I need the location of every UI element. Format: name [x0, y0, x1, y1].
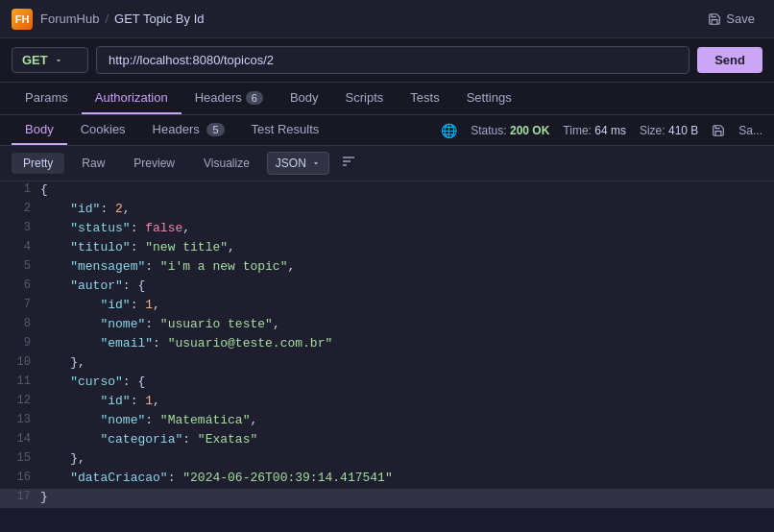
line-number: 15 [0, 450, 40, 466]
save-button[interactable]: Save [700, 8, 762, 30]
format-dropdown[interactable]: JSON [267, 152, 329, 175]
table-row: 5 "mensagem": "i'm a new topic", [0, 258, 774, 278]
line-content: "id": 2, [40, 201, 131, 217]
line-content: "titulo": "new title", [40, 239, 235, 255]
line-content: "id": 1, [40, 393, 160, 409]
line-content: "nome": "usuario teste", [40, 316, 280, 332]
table-row: 11 "curso": { [0, 374, 774, 393]
response-row: Body Cookies Headers 5 Test Results 🌐 St… [0, 115, 774, 146]
visualize-button[interactable]: Visualize [192, 153, 261, 174]
table-row: 10 }, [0, 354, 774, 374]
tab-authorization[interactable]: Authorization [82, 83, 181, 114]
line-content: "autor": { [40, 278, 145, 294]
tab-body[interactable]: Body [277, 83, 332, 114]
save-response-label: Sa... [738, 124, 762, 137]
line-number: 17 [0, 489, 40, 504]
status-label: Status: 200 OK [471, 124, 549, 137]
tab-scripts[interactable]: Scripts [332, 83, 398, 114]
line-number: 3 [0, 220, 40, 235]
save-icon [708, 12, 721, 26]
table-row: 9 "email": "usuario@teste.com.br" [0, 335, 774, 354]
line-content: }, [40, 354, 85, 371]
tab-headers[interactable]: Headers6 [181, 83, 277, 114]
request-name: GET Topic By Id [114, 12, 204, 26]
tab-body-response[interactable]: Body [12, 115, 67, 145]
time-value: 64 ms [594, 124, 626, 137]
raw-button[interactable]: Raw [70, 153, 116, 174]
workspace-name[interactable]: ForumHub [40, 12, 99, 26]
preview-button[interactable]: Preview [122, 153, 186, 174]
size-value: 410 B [668, 124, 698, 137]
table-row: 12 "id": 1, [0, 393, 774, 412]
table-row: 13 "nome": "Matemática", [0, 412, 774, 431]
tab-tests[interactable]: Tests [397, 83, 452, 114]
tab-headers-response[interactable]: Headers 5 [139, 115, 238, 145]
chevron-down-icon [311, 158, 321, 168]
url-input[interactable] [96, 46, 689, 74]
line-number: 7 [0, 297, 40, 312]
table-row: 15 }, [0, 450, 774, 470]
url-bar: GET Send [0, 38, 774, 83]
globe-icon: 🌐 [441, 123, 457, 138]
method-label: GET [22, 53, 48, 67]
line-number: 9 [0, 335, 40, 351]
line-content: "mensagem": "i'm a new topic", [40, 258, 295, 275]
line-number: 13 [0, 412, 40, 427]
pretty-button[interactable]: Pretty [12, 153, 64, 174]
table-row: 2 "id": 2, [0, 201, 774, 220]
line-content: "curso": { [40, 374, 145, 390]
top-bar-left: FH ForumHub / GET Topic By Id [12, 9, 205, 30]
breadcrumb-separator: / [105, 12, 109, 26]
line-content: { [40, 181, 48, 198]
line-content: "categoria": "Exatas" [40, 431, 257, 447]
line-number: 5 [0, 258, 40, 274]
line-number: 8 [0, 316, 40, 331]
time-label: Time: 64 ms [563, 124, 626, 137]
line-number: 11 [0, 374, 40, 389]
code-area: 1{2 "id": 2,3 "status": false,4 "titulo"… [0, 181, 774, 508]
table-row: 6 "autor": { [0, 278, 774, 297]
chevron-down-icon [54, 56, 63, 65]
request-tabs: Params Authorization Headers6 Body Scrip… [0, 83, 774, 115]
response-meta: 🌐 Status: 200 OK Time: 64 ms Size: 410 B… [441, 123, 762, 138]
send-button[interactable]: Send [697, 47, 762, 73]
top-bar: FH ForumHub / GET Topic By Id Save [0, 0, 774, 38]
line-content: "email": "usuario@teste.com.br" [40, 335, 332, 351]
method-select[interactable]: GET [12, 47, 88, 73]
sort-button[interactable] [335, 152, 362, 175]
table-row: 14 "categoria": "Exatas" [0, 431, 774, 450]
format-bar: Pretty Raw Preview Visualize JSON [0, 146, 774, 181]
line-number: 14 [0, 431, 40, 447]
line-content: "id": 1, [40, 297, 160, 313]
line-number: 4 [0, 239, 40, 254]
tab-params[interactable]: Params [12, 83, 82, 114]
table-row: 16 "dataCriacao": "2024-06-26T00:39:14.4… [0, 470, 774, 489]
breadcrumb: ForumHub / GET Topic By Id [40, 12, 205, 26]
line-number: 12 [0, 393, 40, 408]
save-response-icon[interactable] [712, 124, 725, 137]
line-number: 1 [0, 181, 40, 197]
line-number: 6 [0, 278, 40, 293]
line-content: }, [40, 450, 85, 467]
tab-test-results[interactable]: Test Results [238, 115, 333, 145]
line-content: "dataCriacao": "2024-06-26T00:39:14.4175… [40, 470, 393, 486]
size-label: Size: 410 B [640, 124, 698, 137]
line-number: 16 [0, 470, 40, 485]
table-row: 3 "status": false, [0, 220, 774, 239]
app-icon: FH [12, 9, 33, 30]
line-content: "status": false, [40, 220, 190, 236]
table-row: 7 "id": 1, [0, 297, 774, 316]
tab-settings[interactable]: Settings [453, 83, 525, 114]
line-number: 2 [0, 201, 40, 216]
line-content: } [40, 489, 48, 505]
table-row: 1{ [0, 181, 774, 201]
table-row: 17} [0, 489, 774, 508]
line-content: "nome": "Matemática", [40, 412, 257, 428]
tab-cookies[interactable]: Cookies [67, 115, 139, 145]
table-row: 4 "titulo": "new title", [0, 239, 774, 258]
response-tabs: Body Cookies Headers 5 Test Results [12, 115, 332, 145]
table-row: 8 "nome": "usuario teste", [0, 316, 774, 335]
line-number: 10 [0, 354, 40, 370]
status-value: 200 OK [510, 124, 549, 137]
sort-icon [341, 154, 356, 169]
